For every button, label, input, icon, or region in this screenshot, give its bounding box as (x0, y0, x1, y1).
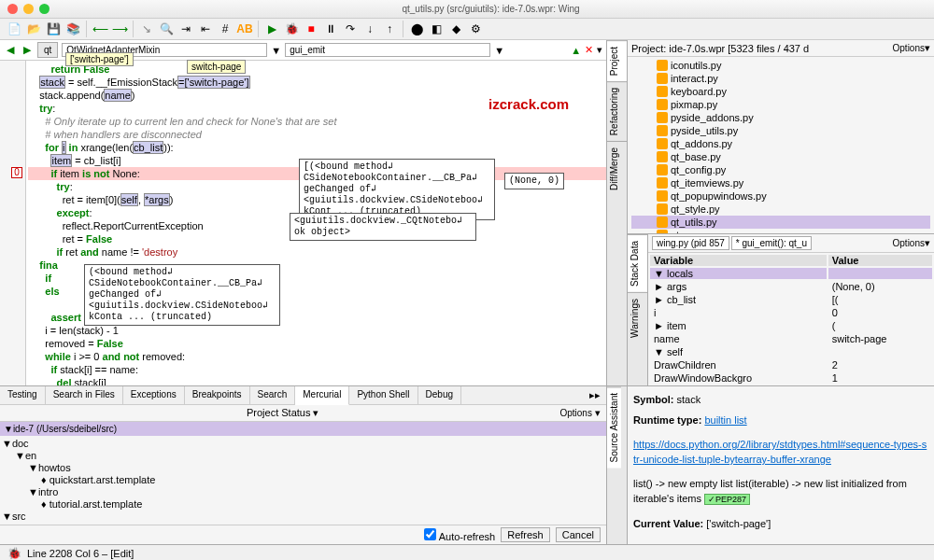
back-icon[interactable]: ⟵ (92, 21, 108, 37)
maximize-icon[interactable] (39, 4, 50, 14)
nav-fwd-icon[interactable]: ▶ (21, 44, 34, 57)
breakpoint-icon[interactable]: ⬤ (408, 21, 425, 37)
stack-row[interactable]: ▼ locals (650, 268, 932, 279)
bottom-tab-testing[interactable]: Testing (0, 386, 46, 404)
debug-icon[interactable]: 🐞 (283, 21, 300, 37)
stack-process[interactable]: wing.py (pid 857 (652, 236, 729, 250)
stack-row[interactable]: DrawChildren2 (650, 359, 932, 371)
step-out-icon[interactable]: ↑ (381, 21, 398, 37)
chevron-down-icon[interactable]: ▾ (925, 237, 930, 249)
side-tab-refactoring[interactable]: Refactoring (607, 81, 627, 141)
project-file-item[interactable]: qt_style.py (631, 203, 930, 216)
code-editor[interactable]: 0 izcrack.com return False stack = self.… (0, 61, 606, 385)
comment-icon[interactable]: # (217, 21, 234, 37)
stop-icon[interactable]: ■ (303, 21, 319, 37)
bug-icon[interactable]: 🐞 (7, 547, 21, 560)
project-options[interactable]: Options (893, 43, 925, 53)
editor-tab[interactable]: qt (37, 42, 58, 58)
stack-row[interactable]: ▼ self (650, 346, 932, 357)
side-tab-warnings[interactable]: Warnings (628, 292, 647, 343)
forward-icon[interactable]: ⟶ (111, 21, 128, 37)
vcs-tree-item[interactable]: ▼howtos (2, 462, 604, 474)
auto-refresh-checkbox[interactable]: Auto-refresh (424, 528, 495, 542)
side-tab-project[interactable]: Project (607, 40, 627, 81)
stack-table[interactable]: VariableValue ▼ locals► args(None, 0)► c… (648, 253, 934, 385)
code-line[interactable]: # Only iterate up to current len and che… (28, 115, 606, 128)
project-file-item[interactable]: qt_config.py (631, 163, 930, 176)
bottom-tab-search-in-files[interactable]: Search in Files (46, 386, 123, 404)
stack-frame[interactable]: * gui_emit(): qt_u (731, 236, 812, 250)
run-icon[interactable]: ▶ (263, 21, 280, 37)
side-tab-source-assist[interactable]: Source Assistant (607, 386, 621, 468)
method-dropdown[interactable]: gui_emit (285, 43, 490, 57)
step-over-icon[interactable]: ↷ (342, 21, 359, 37)
vcs-icon[interactable]: ◆ (447, 21, 464, 37)
project-file-item[interactable]: pyside_utils.py (631, 124, 930, 137)
settings-icon[interactable]: ⚙ (467, 21, 484, 37)
bottom-tab-python-shell[interactable]: Python Shell (349, 386, 417, 404)
stack-row[interactable]: i0 (650, 307, 932, 318)
bottom-tab-breakpoints[interactable]: Breakpoints (185, 386, 250, 404)
code-line[interactable]: del stack[i] (28, 376, 606, 385)
split-h-icon[interactable]: ▲ (571, 45, 581, 56)
vcs-tree-item[interactable]: ▼en (2, 450, 604, 462)
vcs-tree-item[interactable]: ♦ quickstart.arst.template (2, 474, 604, 486)
cancel-button[interactable]: Cancel (556, 527, 601, 542)
minimize-icon[interactable] (23, 4, 34, 14)
project-file-item[interactable]: keyboard.py (631, 85, 930, 98)
pause-icon[interactable]: ⏸ (322, 21, 339, 37)
close-tab-icon[interactable]: ✕ (585, 44, 593, 56)
nav-back-icon[interactable]: ◀ (4, 44, 17, 57)
project-file-item[interactable]: qt_utils.py (631, 216, 930, 229)
stack-options[interactable]: Options (893, 238, 925, 248)
runtime-type-link[interactable]: builtin list (704, 414, 746, 426)
project-file-item[interactable]: pixmap.py (631, 98, 930, 111)
project-file-item[interactable]: iconutils.py (631, 59, 930, 72)
search-icon[interactable]: 🔍 (158, 21, 175, 37)
step-into-icon[interactable]: ↓ (361, 21, 378, 37)
dedent-icon[interactable]: ⇤ (197, 21, 214, 37)
vcs-tree-item[interactable]: ▼doc (2, 438, 604, 450)
chevron-down-icon[interactable]: ▾ (925, 42, 930, 54)
indent-icon[interactable]: ⇥ (177, 21, 194, 37)
code-line[interactable]: while i >= 0 and not removed: (28, 350, 606, 363)
new-file-icon[interactable]: 📄 (6, 21, 22, 37)
project-file-item[interactable]: qt_addons.py (631, 137, 930, 150)
chevron-down-icon[interactable]: ▼ (271, 45, 281, 56)
close-icon[interactable] (7, 4, 18, 14)
chevron-down-icon[interactable]: ▼ (494, 45, 504, 56)
breakpoint-marker[interactable]: 0 (11, 167, 22, 178)
code-line[interactable]: removed = False (28, 337, 606, 350)
side-tab-stack[interactable]: Stack Data (628, 234, 647, 292)
project-file-item[interactable]: pyside_addons.py (631, 111, 930, 124)
goto-def-icon[interactable]: ↘ (138, 21, 155, 37)
vcs-tree-item[interactable]: ♦ tutorial.arst.template (2, 498, 604, 511)
menu-icon[interactable]: ▾ (597, 44, 602, 56)
stack-row[interactable]: ► item( (650, 320, 932, 331)
side-tab-diff[interactable]: Diff/Merge (607, 141, 627, 196)
stack-row[interactable]: ► args(None, 0) (650, 281, 932, 292)
gutter[interactable]: 0 (0, 61, 26, 385)
bottom-tab-search[interactable]: Search (250, 386, 296, 404)
bottom-tab-mercurial[interactable]: Mercurial (295, 386, 349, 405)
stack-row[interactable]: DrawWindowBackgro1 (650, 372, 932, 384)
code-line[interactable]: # when handlers are disconnected (28, 128, 606, 141)
project-file-item[interactable]: interact.py (631, 72, 930, 85)
code-line[interactable]: for i in xrange(len(cb_list)): (28, 141, 606, 154)
vcs-tree-item[interactable]: ▼intro (2, 486, 604, 498)
rename-icon[interactable]: AB (236, 21, 253, 37)
save-all-icon[interactable]: 📚 (64, 21, 81, 37)
diff-icon[interactable]: ◧ (428, 21, 445, 37)
stack-row[interactable]: ► cb_list[( (650, 294, 932, 305)
code-line[interactable]: stack = self.__fEmissionStack=['switch-p… (28, 76, 606, 89)
project-file-item[interactable]: qt_itemviews.py (631, 176, 930, 189)
code-line[interactable]: i = len(stack) - 1 (28, 324, 606, 337)
vcs-tree-item[interactable]: ▼src (2, 511, 604, 523)
project-path-bar[interactable]: ▼ide-7 (/Users/sdeibel/src) (0, 422, 606, 436)
bottom-tab-debug[interactable]: Debug (418, 386, 461, 404)
mercurial-tree[interactable]: ▼doc▼en▼howtos♦ quickstart.arst.template… (0, 436, 606, 525)
bottom-tab-exceptions[interactable]: Exceptions (123, 386, 185, 404)
code-line[interactable]: if ret and name != 'destroy (28, 245, 606, 259)
project-file-item[interactable]: qt_popupwindows.py (631, 189, 930, 203)
doc-link[interactable]: https://docs.python.org/2/library/stdtyp… (633, 439, 927, 465)
